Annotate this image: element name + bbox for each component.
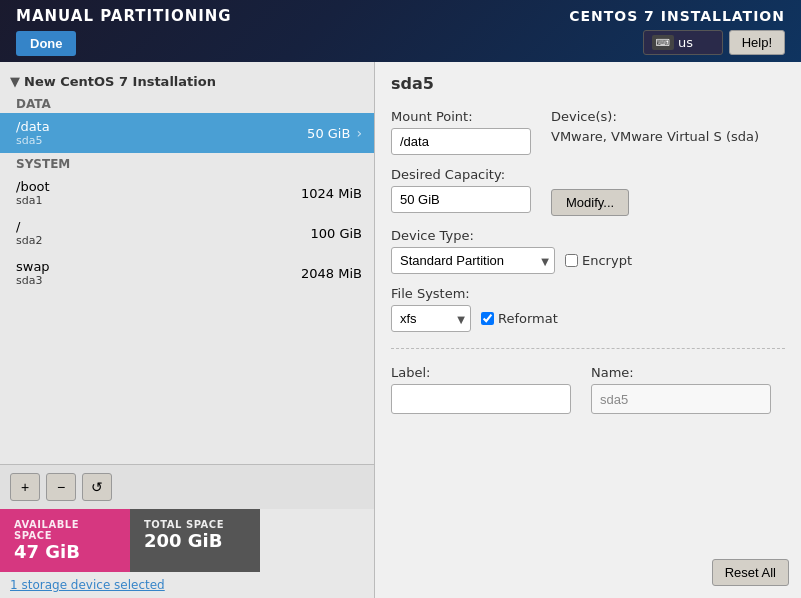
modify-button[interactable]: Modify... (551, 189, 629, 216)
file-system-select[interactable]: xfs ext4 ext3 ext2 btrfs swap vfat efifs (391, 305, 471, 332)
partition-device: sda5 (16, 134, 50, 147)
refresh-button[interactable]: ↺ (82, 473, 112, 501)
partition-device-root: sda2 (16, 234, 42, 247)
name-field-label: Name: (591, 365, 771, 380)
header-right: CENTOS 7 INSTALLATION ⌨ us Help! (569, 8, 785, 55)
right-panel: sda5 Mount Point: Device(s): VMware, VMw… (375, 62, 801, 598)
device-type-row: Standard Partition LVM LVM Thin Provisio… (391, 247, 785, 274)
modify-col: Modify... (551, 167, 629, 216)
partition-item-boot[interactable]: /boot sda1 1024 MiB (0, 173, 374, 213)
encrypt-label: Encrypt (582, 253, 632, 268)
encrypt-checkbox-label[interactable]: Encrypt (565, 253, 632, 268)
reformat-checkbox[interactable] (481, 312, 494, 325)
device-type-section: Device Type: Standard Partition LVM LVM … (391, 228, 785, 274)
device-type-select-wrapper: Standard Partition LVM LVM Thin Provisio… (391, 247, 555, 274)
partition-title: sda5 (391, 74, 785, 93)
partition-size-root: 100 GiB (310, 226, 362, 241)
total-space: TOTAL SPACE 200 GiB (130, 509, 260, 572)
header: MANUAL PARTITIONING Done CENTOS 7 INSTAL… (0, 0, 801, 62)
partition-name-swap: swap (16, 259, 50, 274)
file-system-row: xfs ext4 ext3 ext2 btrfs swap vfat efifs… (391, 305, 785, 332)
label-field-label: Label: (391, 365, 571, 380)
section-system-label: SYSTEM (0, 153, 374, 173)
file-system-label: File System: (391, 286, 785, 301)
label-name-row: Label: Name: (391, 365, 785, 414)
main-layout: ▼ New CentOS 7 Installation DATA /data s… (0, 62, 801, 598)
partition-list: ▼ New CentOS 7 Installation DATA /data s… (0, 62, 374, 464)
partition-name-root: / (16, 219, 42, 234)
devices-value: VMware, VMware Virtual S (sda) (551, 128, 759, 146)
space-row: AVAILABLE SPACE 47 GiB TOTAL SPACE 200 G… (0, 509, 374, 572)
partition-right-root: 100 GiB (310, 226, 362, 241)
keyboard-input[interactable]: ⌨ us (643, 30, 723, 55)
partition-size-swap: 2048 MiB (301, 266, 362, 281)
bottom-controls: + − ↺ (0, 464, 374, 509)
mount-point-label: Mount Point: (391, 109, 531, 124)
tree-arrow-icon: ▼ (10, 74, 20, 89)
reformat-checkbox-label[interactable]: Reformat (481, 311, 558, 326)
mount-point-col: Mount Point: (391, 109, 531, 155)
header-left: MANUAL PARTITIONING Done (16, 7, 232, 56)
partition-item-left-root: / sda2 (16, 219, 42, 247)
capacity-modify-row: Desired Capacity: Modify... (391, 167, 785, 216)
partition-item-left-swap: swap sda3 (16, 259, 50, 287)
reformat-label-text: Reformat (498, 311, 558, 326)
partition-right-swap: 2048 MiB (301, 266, 362, 281)
available-space-value: 47 GiB (14, 541, 116, 562)
partition-item-left: /data sda5 (16, 119, 50, 147)
label-input[interactable] (391, 384, 571, 414)
add-partition-button[interactable]: + (10, 473, 40, 501)
done-button[interactable]: Done (16, 31, 76, 56)
help-button[interactable]: Help! (729, 30, 785, 55)
desired-capacity-input[interactable] (391, 186, 531, 213)
desired-capacity-label: Desired Capacity: (391, 167, 531, 182)
mount-point-input[interactable] (391, 128, 531, 155)
chevron-right-icon: › (356, 125, 362, 141)
total-space-label: TOTAL SPACE (144, 519, 246, 530)
device-type-label: Device Type: (391, 228, 785, 243)
keyboard-row: ⌨ us Help! (643, 30, 785, 55)
available-space-label: AVAILABLE SPACE (14, 519, 116, 541)
mount-device-row: Mount Point: Device(s): VMware, VMware V… (391, 109, 785, 155)
devices-label: Device(s): (551, 109, 759, 124)
device-type-select[interactable]: Standard Partition LVM LVM Thin Provisio… (391, 247, 555, 274)
file-system-select-wrapper: xfs ext4 ext3 ext2 btrfs swap vfat efifs… (391, 305, 471, 332)
partition-item-left-boot: /boot sda1 (16, 179, 50, 207)
remove-partition-button[interactable]: − (46, 473, 76, 501)
partition-right-boot: 1024 MiB (301, 186, 362, 201)
partition-name-boot: /boot (16, 179, 50, 194)
encrypt-checkbox[interactable] (565, 254, 578, 267)
devices-col: Device(s): VMware, VMware Virtual S (sda… (551, 109, 759, 146)
centos-title: CENTOS 7 INSTALLATION (569, 8, 785, 24)
storage-link[interactable]: 1 storage device selected (0, 572, 374, 598)
keyboard-icon: ⌨ (652, 35, 674, 50)
storage-link-text: 1 storage device selected (10, 578, 165, 592)
page-title: MANUAL PARTITIONING (16, 7, 232, 25)
partition-right: 50 GiB › (307, 125, 362, 141)
file-system-section: File System: xfs ext4 ext3 ext2 btrfs sw… (391, 286, 785, 332)
keyboard-value: us (678, 35, 693, 50)
capacity-col: Desired Capacity: (391, 167, 531, 213)
partition-item-data[interactable]: /data sda5 50 GiB › (0, 113, 374, 153)
partition-device-boot: sda1 (16, 194, 50, 207)
left-panel: ▼ New CentOS 7 Installation DATA /data s… (0, 62, 375, 598)
name-input[interactable] (591, 384, 771, 414)
partition-size: 50 GiB (307, 126, 350, 141)
partition-item-root[interactable]: / sda2 100 GiB (0, 213, 374, 253)
installation-label: New CentOS 7 Installation (24, 74, 216, 89)
partition-device-swap: sda3 (16, 274, 50, 287)
reset-all-button[interactable]: Reset All (712, 559, 789, 586)
partition-name: /data (16, 119, 50, 134)
label-col: Label: (391, 365, 571, 414)
installation-header: ▼ New CentOS 7 Installation (0, 70, 374, 93)
available-space: AVAILABLE SPACE 47 GiB (0, 509, 130, 572)
section-data-label: DATA (0, 93, 374, 113)
divider (391, 348, 785, 349)
partition-size-boot: 1024 MiB (301, 186, 362, 201)
partition-item-swap[interactable]: swap sda3 2048 MiB (0, 253, 374, 293)
total-space-value: 200 GiB (144, 530, 246, 551)
name-col: Name: (591, 365, 771, 414)
